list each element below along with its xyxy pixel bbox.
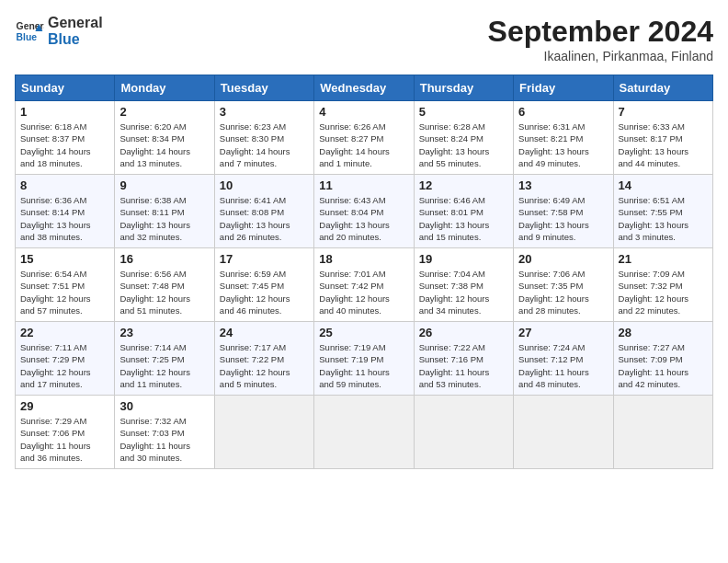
calendar-cell: 26Sunrise: 7:22 AMSunset: 7:16 PMDayligh… [414, 322, 513, 396]
calendar-week-row: 15Sunrise: 6:54 AMSunset: 7:51 PMDayligh… [16, 248, 713, 322]
calendar-cell: 15Sunrise: 6:54 AMSunset: 7:51 PMDayligh… [16, 248, 115, 322]
weekday-header-cell: Wednesday [314, 75, 414, 101]
logo-line2: Blue [48, 31, 103, 48]
day-info: Sunrise: 7:11 AMSunset: 7:29 PMDaylight:… [20, 341, 109, 390]
day-number: 15 [20, 252, 109, 266]
day-number: 23 [119, 326, 209, 339]
title-area: September 2024 Ikaalinen, Pirkanmaa, Fin… [488, 15, 713, 63]
day-number: 7 [619, 105, 708, 119]
day-number: 29 [20, 399, 109, 413]
day-info: Sunrise: 6:51 AMSunset: 7:55 PMDaylight:… [619, 194, 708, 243]
day-number: 26 [419, 326, 508, 339]
calendar-cell: 4Sunrise: 6:26 AMSunset: 8:27 PMDaylight… [314, 101, 414, 175]
calendar-cell: 8Sunrise: 6:36 AMSunset: 8:14 PMDaylight… [16, 175, 115, 248]
weekday-header-cell: Friday [514, 75, 613, 101]
day-number: 14 [619, 178, 708, 192]
calendar-cell: 18Sunrise: 7:01 AMSunset: 7:42 PMDayligh… [314, 248, 414, 322]
logo: General Blue General Blue [15, 15, 103, 47]
day-number: 16 [119, 252, 209, 266]
day-number: 20 [518, 252, 608, 266]
calendar-body: 1Sunrise: 6:18 AMSunset: 8:37 PMDaylight… [16, 101, 713, 469]
day-info: Sunrise: 7:22 AMSunset: 7:16 PMDaylight:… [419, 341, 508, 390]
day-info: Sunrise: 7:32 AMSunset: 7:03 PMDaylight:… [119, 415, 209, 464]
weekday-header-cell: Monday [115, 75, 214, 101]
day-info: Sunrise: 6:46 AMSunset: 8:01 PMDaylight:… [419, 194, 508, 243]
calendar-cell: 3Sunrise: 6:23 AMSunset: 8:30 PMDaylight… [214, 101, 313, 175]
calendar-cell: 28Sunrise: 7:27 AMSunset: 7:09 PMDayligh… [613, 322, 712, 396]
calendar-cell: 1Sunrise: 6:18 AMSunset: 8:37 PMDaylight… [16, 101, 115, 175]
calendar-week-row: 8Sunrise: 6:36 AMSunset: 8:14 PMDaylight… [16, 175, 713, 248]
calendar-cell: 16Sunrise: 6:56 AMSunset: 7:48 PMDayligh… [115, 248, 214, 322]
day-number: 3 [220, 105, 309, 119]
day-number: 4 [319, 105, 408, 119]
weekday-header-cell: Tuesday [214, 75, 313, 101]
day-info: Sunrise: 7:14 AMSunset: 7:25 PMDaylight:… [119, 341, 209, 390]
calendar-week-row: 22Sunrise: 7:11 AMSunset: 7:29 PMDayligh… [16, 322, 713, 396]
calendar-cell: 22Sunrise: 7:11 AMSunset: 7:29 PMDayligh… [16, 322, 115, 396]
day-info: Sunrise: 7:24 AMSunset: 7:12 PMDaylight:… [518, 341, 608, 390]
calendar-title: September 2024 [488, 15, 713, 49]
calendar-cell: 13Sunrise: 6:49 AMSunset: 7:58 PMDayligh… [514, 175, 613, 248]
calendar-cell: 5Sunrise: 6:28 AMSunset: 8:24 PMDaylight… [414, 101, 513, 175]
day-info: Sunrise: 6:31 AMSunset: 8:21 PMDaylight:… [518, 121, 608, 169]
day-number: 18 [319, 252, 408, 266]
day-number: 6 [518, 105, 608, 119]
day-info: Sunrise: 6:49 AMSunset: 7:58 PMDaylight:… [518, 194, 608, 243]
calendar-cell: 20Sunrise: 7:06 AMSunset: 7:35 PMDayligh… [514, 248, 613, 322]
calendar-cell: 14Sunrise: 6:51 AMSunset: 7:55 PMDayligh… [613, 175, 712, 248]
weekday-header-row: SundayMondayTuesdayWednesdayThursdayFrid… [16, 75, 713, 101]
day-info: Sunrise: 6:23 AMSunset: 8:30 PMDaylight:… [220, 121, 309, 169]
calendar-cell: 24Sunrise: 7:17 AMSunset: 7:22 PMDayligh… [214, 322, 313, 396]
day-info: Sunrise: 6:38 AMSunset: 8:11 PMDaylight:… [119, 194, 209, 243]
day-info: Sunrise: 6:20 AMSunset: 8:34 PMDaylight:… [119, 121, 209, 169]
weekday-header-cell: Saturday [613, 75, 712, 101]
day-number: 9 [119, 178, 209, 192]
day-number: 13 [518, 178, 608, 192]
day-number: 8 [20, 178, 109, 192]
weekday-header-cell: Sunday [16, 75, 115, 101]
day-number: 10 [220, 178, 309, 192]
calendar-cell: 11Sunrise: 6:43 AMSunset: 8:04 PMDayligh… [314, 175, 414, 248]
day-info: Sunrise: 6:59 AMSunset: 7:45 PMDaylight:… [220, 268, 309, 316]
calendar-cell: 21Sunrise: 7:09 AMSunset: 7:32 PMDayligh… [613, 248, 712, 322]
calendar-cell [613, 396, 712, 469]
logo-line1: General [48, 15, 103, 31]
day-info: Sunrise: 7:17 AMSunset: 7:22 PMDaylight:… [220, 341, 309, 390]
calendar-cell: 10Sunrise: 6:41 AMSunset: 8:08 PMDayligh… [214, 175, 313, 248]
calendar-cell: 23Sunrise: 7:14 AMSunset: 7:25 PMDayligh… [115, 322, 214, 396]
day-number: 22 [20, 326, 109, 339]
day-info: Sunrise: 7:09 AMSunset: 7:32 PMDaylight:… [619, 268, 708, 316]
day-info: Sunrise: 6:56 AMSunset: 7:48 PMDaylight:… [119, 268, 209, 316]
day-info: Sunrise: 6:18 AMSunset: 8:37 PMDaylight:… [20, 121, 109, 169]
day-info: Sunrise: 7:06 AMSunset: 7:35 PMDaylight:… [518, 268, 608, 316]
day-number: 12 [419, 178, 508, 192]
calendar-cell: 25Sunrise: 7:19 AMSunset: 7:19 PMDayligh… [314, 322, 414, 396]
calendar-cell: 2Sunrise: 6:20 AMSunset: 8:34 PMDaylight… [115, 101, 214, 175]
day-number: 25 [319, 326, 408, 339]
day-info: Sunrise: 7:04 AMSunset: 7:38 PMDaylight:… [419, 268, 508, 316]
calendar-subtitle: Ikaalinen, Pirkanmaa, Finland [488, 49, 713, 63]
day-info: Sunrise: 7:01 AMSunset: 7:42 PMDaylight:… [319, 268, 408, 316]
day-info: Sunrise: 7:19 AMSunset: 7:19 PMDaylight:… [319, 341, 408, 390]
calendar-week-row: 1Sunrise: 6:18 AMSunset: 8:37 PMDaylight… [16, 101, 713, 175]
calendar-cell: 12Sunrise: 6:46 AMSunset: 8:01 PMDayligh… [414, 175, 513, 248]
day-number: 21 [619, 252, 708, 266]
day-number: 28 [619, 326, 708, 339]
calendar-cell: 27Sunrise: 7:24 AMSunset: 7:12 PMDayligh… [514, 322, 613, 396]
calendar-cell: 30Sunrise: 7:32 AMSunset: 7:03 PMDayligh… [115, 396, 214, 469]
header: General Blue General Blue September 2024… [15, 15, 713, 63]
calendar-cell [314, 396, 414, 469]
day-info: Sunrise: 6:26 AMSunset: 8:27 PMDaylight:… [319, 121, 408, 169]
day-info: Sunrise: 6:33 AMSunset: 8:17 PMDaylight:… [619, 121, 708, 169]
calendar-week-row: 29Sunrise: 7:29 AMSunset: 7:06 PMDayligh… [16, 396, 713, 469]
day-number: 5 [419, 105, 508, 119]
day-number: 30 [119, 399, 209, 413]
calendar-cell [214, 396, 313, 469]
day-info: Sunrise: 6:28 AMSunset: 8:24 PMDaylight:… [419, 121, 508, 169]
day-number: 24 [220, 326, 309, 339]
logo-icon: General Blue [15, 17, 44, 46]
day-info: Sunrise: 6:41 AMSunset: 8:08 PMDaylight:… [220, 194, 309, 243]
calendar-cell [514, 396, 613, 469]
calendar-cell [414, 396, 513, 469]
calendar-table: SundayMondayTuesdayWednesdayThursdayFrid… [15, 75, 713, 469]
